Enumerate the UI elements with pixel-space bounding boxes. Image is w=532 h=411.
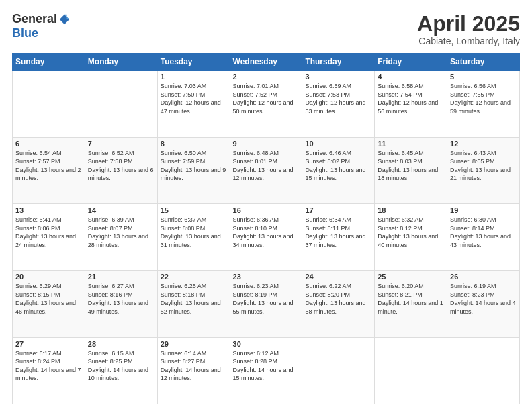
day-number: 14 [88, 206, 154, 214]
logo-blue-text: Blue [12, 26, 38, 40]
day-number: 9 [233, 140, 300, 148]
calendar-header: SundayMondayTuesdayWednesdayThursdayFrid… [13, 54, 520, 71]
week-row-1: 6Sunrise: 6:54 AM Sunset: 7:57 PM Daylig… [13, 137, 520, 203]
day-info: Sunrise: 7:03 AM Sunset: 7:50 PM Dayligh… [161, 82, 227, 116]
day-cell: 30Sunrise: 6:12 AM Sunset: 8:28 PM Dayli… [230, 337, 302, 404]
day-cell [447, 337, 520, 404]
day-info: Sunrise: 6:39 AM Sunset: 8:07 PM Dayligh… [88, 216, 154, 249]
weekday-header-thursday: Thursday [302, 54, 375, 71]
day-cell: 7Sunrise: 6:52 AM Sunset: 7:58 PM Daylig… [85, 137, 157, 203]
day-info: Sunrise: 6:45 AM Sunset: 8:03 PM Dayligh… [378, 149, 444, 183]
day-info: Sunrise: 6:30 AM Sunset: 8:14 PM Dayligh… [450, 216, 517, 249]
day-info: Sunrise: 6:59 AM Sunset: 7:53 PM Dayligh… [305, 82, 371, 116]
day-number: 8 [161, 140, 227, 148]
day-info: Sunrise: 6:50 AM Sunset: 7:59 PM Dayligh… [161, 149, 227, 183]
day-info: Sunrise: 6:27 AM Sunset: 8:16 PM Dayligh… [88, 282, 154, 316]
day-cell: 29Sunrise: 6:14 AM Sunset: 8:27 PM Dayli… [157, 337, 230, 404]
day-cell: 20Sunrise: 6:29 AM Sunset: 8:15 PM Dayli… [13, 271, 85, 337]
day-cell: 16Sunrise: 6:36 AM Sunset: 8:10 PM Dayli… [230, 203, 302, 270]
day-number: 26 [450, 273, 517, 281]
day-info: Sunrise: 6:46 AM Sunset: 8:02 PM Dayligh… [305, 149, 371, 183]
day-number: 10 [305, 140, 371, 148]
day-info: Sunrise: 6:22 AM Sunset: 8:20 PM Dayligh… [305, 282, 371, 316]
week-row-2: 13Sunrise: 6:41 AM Sunset: 8:06 PM Dayli… [13, 203, 520, 270]
day-cell: 23Sunrise: 6:23 AM Sunset: 8:19 PM Dayli… [230, 271, 302, 337]
day-cell [375, 337, 447, 404]
weekday-header-monday: Monday [85, 54, 157, 71]
logo-icon [58, 13, 71, 26]
day-cell: 19Sunrise: 6:30 AM Sunset: 8:14 PM Dayli… [447, 203, 520, 270]
day-info: Sunrise: 6:37 AM Sunset: 8:08 PM Dayligh… [161, 216, 227, 249]
day-cell: 17Sunrise: 6:34 AM Sunset: 8:11 PM Dayli… [302, 203, 375, 270]
day-number: 25 [378, 273, 444, 281]
logo: General Blue [12, 12, 71, 40]
day-number: 4 [378, 73, 444, 81]
day-info: Sunrise: 6:29 AM Sunset: 8:15 PM Dayligh… [15, 282, 82, 316]
week-row-3: 20Sunrise: 6:29 AM Sunset: 8:15 PM Dayli… [13, 271, 520, 337]
day-number: 18 [378, 206, 444, 214]
day-info: Sunrise: 6:17 AM Sunset: 8:24 PM Dayligh… [15, 349, 82, 383]
day-cell: 28Sunrise: 6:15 AM Sunset: 8:25 PM Dayli… [85, 337, 157, 404]
day-cell: 14Sunrise: 6:39 AM Sunset: 8:07 PM Dayli… [85, 203, 157, 270]
day-info: Sunrise: 6:43 AM Sunset: 8:05 PM Dayligh… [450, 149, 517, 183]
header: General Blue April 2025 Cabiate, Lombard… [12, 12, 520, 46]
day-number: 1 [161, 73, 227, 81]
day-cell: 15Sunrise: 6:37 AM Sunset: 8:08 PM Dayli… [157, 203, 230, 270]
day-cell: 3Sunrise: 6:59 AM Sunset: 7:53 PM Daylig… [302, 71, 375, 137]
day-cell: 9Sunrise: 6:48 AM Sunset: 8:01 PM Daylig… [230, 137, 302, 203]
day-info: Sunrise: 6:25 AM Sunset: 8:18 PM Dayligh… [161, 282, 227, 316]
day-cell: 5Sunrise: 6:56 AM Sunset: 7:55 PM Daylig… [447, 71, 520, 137]
day-number: 30 [233, 340, 300, 348]
day-cell [13, 71, 85, 137]
day-info: Sunrise: 6:48 AM Sunset: 8:01 PM Dayligh… [233, 149, 300, 183]
day-cell [302, 337, 375, 404]
calendar-body: 1Sunrise: 7:03 AM Sunset: 7:50 PM Daylig… [13, 71, 520, 404]
day-number: 21 [88, 273, 154, 281]
day-info: Sunrise: 6:52 AM Sunset: 7:58 PM Dayligh… [88, 149, 154, 183]
day-cell: 13Sunrise: 6:41 AM Sunset: 8:06 PM Dayli… [13, 203, 85, 270]
day-info: Sunrise: 6:34 AM Sunset: 8:11 PM Dayligh… [305, 216, 371, 249]
day-number: 27 [15, 340, 82, 348]
day-cell: 18Sunrise: 6:32 AM Sunset: 8:12 PM Dayli… [375, 203, 447, 270]
month-title: April 2025 [417, 12, 520, 36]
day-number: 13 [15, 206, 82, 214]
day-number: 3 [305, 73, 371, 81]
day-cell: 27Sunrise: 6:17 AM Sunset: 8:24 PM Dayli… [13, 337, 85, 404]
day-number: 29 [161, 340, 227, 348]
title-area: April 2025 Cabiate, Lombardy, Italy [417, 12, 520, 46]
header-row: SundayMondayTuesdayWednesdayThursdayFrid… [13, 54, 520, 71]
page: General Blue April 2025 Cabiate, Lombard… [0, 0, 532, 411]
logo-general-text: General [12, 12, 57, 26]
day-cell: 26Sunrise: 6:19 AM Sunset: 8:23 PM Dayli… [447, 271, 520, 337]
day-number: 15 [161, 206, 227, 214]
day-number: 2 [233, 73, 300, 81]
day-number: 17 [305, 206, 371, 214]
day-info: Sunrise: 6:23 AM Sunset: 8:19 PM Dayligh… [233, 282, 300, 316]
weekday-header-sunday: Sunday [13, 54, 85, 71]
day-number: 5 [450, 73, 517, 81]
day-number: 7 [88, 140, 154, 148]
location: Cabiate, Lombardy, Italy [417, 36, 520, 46]
day-info: Sunrise: 6:15 AM Sunset: 8:25 PM Dayligh… [88, 349, 154, 383]
day-number: 12 [450, 140, 517, 148]
day-info: Sunrise: 6:36 AM Sunset: 8:10 PM Dayligh… [233, 216, 300, 249]
day-info: Sunrise: 6:32 AM Sunset: 8:12 PM Dayligh… [378, 216, 444, 249]
calendar: SundayMondayTuesdayWednesdayThursdayFrid… [12, 53, 520, 404]
day-cell [85, 71, 157, 137]
day-number: 22 [161, 273, 227, 281]
day-cell: 22Sunrise: 6:25 AM Sunset: 8:18 PM Dayli… [157, 271, 230, 337]
day-number: 19 [450, 206, 517, 214]
day-cell: 25Sunrise: 6:20 AM Sunset: 8:21 PM Dayli… [375, 271, 447, 337]
day-cell: 6Sunrise: 6:54 AM Sunset: 7:57 PM Daylig… [13, 137, 85, 203]
day-number: 28 [88, 340, 154, 348]
day-cell: 10Sunrise: 6:46 AM Sunset: 8:02 PM Dayli… [302, 137, 375, 203]
day-cell: 24Sunrise: 6:22 AM Sunset: 8:20 PM Dayli… [302, 271, 375, 337]
weekday-header-tuesday: Tuesday [157, 54, 230, 71]
day-cell: 21Sunrise: 6:27 AM Sunset: 8:16 PM Dayli… [85, 271, 157, 337]
day-number: 6 [15, 140, 82, 148]
day-info: Sunrise: 6:41 AM Sunset: 8:06 PM Dayligh… [15, 216, 82, 249]
day-info: Sunrise: 6:12 AM Sunset: 8:28 PM Dayligh… [233, 349, 300, 383]
day-number: 16 [233, 206, 300, 214]
weekday-header-saturday: Saturday [447, 54, 520, 71]
day-cell: 11Sunrise: 6:45 AM Sunset: 8:03 PM Dayli… [375, 137, 447, 203]
